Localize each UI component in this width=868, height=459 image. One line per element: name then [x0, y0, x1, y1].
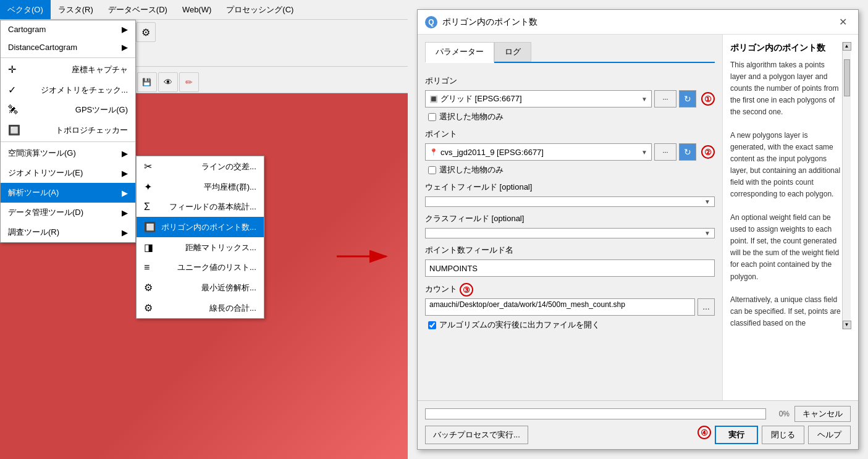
- weight-field-select[interactable]: ▼: [425, 196, 715, 207]
- survey-arrow: ▶: [122, 228, 128, 237]
- menu-geometry-tools[interactable]: ジオメトリツール(E) ▶: [1, 163, 135, 183]
- open-after-run-checkbox[interactable]: [428, 321, 436, 329]
- submenu-mean-coords[interactable]: ✦ 平均座標(群)...: [137, 177, 264, 197]
- points-select[interactable]: 📍 cvs_jgd2011_9 [EPSG:6677] ▼: [425, 143, 652, 161]
- dialog-count-points: Q ポリゴン内のポイント数 ✕ パラメーター ログ ポリゴン: [417, 9, 859, 450]
- dialog-title: ポリゴン内のポイント数: [442, 17, 537, 28]
- submenu-line-intersect[interactable]: ✂ ラインの交差...: [137, 156, 264, 177]
- tool-save[interactable]: 💾: [137, 72, 157, 92]
- point-count-field-input[interactable]: [425, 259, 715, 277]
- menu-spatial-ops[interactable]: 空間演算ツール(G) ▶: [1, 143, 135, 163]
- help-text-3: An optional weight field can be used to …: [730, 212, 842, 283]
- polygon-refresh-btn[interactable]: ↻: [679, 90, 696, 107]
- batch-button[interactable]: バッチプロセスで実行...: [425, 426, 528, 444]
- dialog-close-x-button[interactable]: ✕: [835, 15, 851, 29]
- count-points-icon: 🔲: [144, 221, 156, 233]
- check-geom-label: ジオメトリをチェック...: [41, 85, 128, 96]
- topo-label: トポロジチェッカー: [56, 125, 128, 136]
- survey-label: 調査ツール(R): [8, 227, 59, 238]
- dialog-body: パラメーター ログ ポリゴン 🔳 グリッド [EPSG:6677] ▼: [418, 35, 858, 400]
- menu-raster[interactable]: ラスタ(R): [51, 0, 101, 19]
- menu-web[interactable]: Web(W): [175, 0, 219, 19]
- badge-1: ①: [701, 92, 715, 106]
- count-output-label: カウント: [425, 284, 457, 295]
- vector-dropdown: Cartogram ▶ DistanceCartogram ▶ ✛ 座標キャプチ…: [0, 20, 136, 243]
- analysis-tools-label: 解析ツール(A): [8, 187, 59, 198]
- progress-percent: 0%: [771, 410, 790, 418]
- footer-bottom: バッチプロセスで実行... ④ 実行 閉じる ヘルプ: [425, 426, 851, 444]
- points-select-arrow: ▼: [641, 149, 647, 156]
- polygon-selected-only-checkbox[interactable]: [428, 113, 436, 121]
- help-scrollbar[interactable]: ▲ ▼: [842, 42, 851, 329]
- menu-gps[interactable]: 🛰 GPSツール(G): [1, 100, 135, 120]
- dialog-footer: 0% キャンセル バッチプロセスで実行... ④ 実行 閉じる ヘルプ: [418, 400, 858, 449]
- submenu-distance-matrix[interactable]: ◨ 距離マトリックス...: [137, 237, 264, 258]
- menu-analysis-tools[interactable]: 解析ツール(A) ▶: [1, 183, 135, 203]
- help-text-1: This algorithm takes a points layer and …: [730, 59, 842, 119]
- points-select-icon: 📍: [429, 148, 438, 156]
- menu-cartogram[interactable]: Cartogram ▶: [1, 20, 135, 38]
- points-selected-only-checkbox[interactable]: [428, 166, 436, 174]
- points-select-value: 📍 cvs_jgd2011_9 [EPSG:6677]: [429, 148, 544, 157]
- qgis-main-window: ベクタ(O) ラスタ(R) データベース(D) Web(W) プロセッシング(C…: [0, 0, 408, 459]
- points-refresh-btn[interactable]: ↻: [679, 143, 696, 161]
- polygon-options-btn[interactable]: ···: [654, 90, 676, 107]
- help-button[interactable]: ヘルプ: [808, 426, 851, 444]
- close-button[interactable]: 閉じる: [762, 426, 804, 444]
- dialog-title-icon: Q: [425, 16, 437, 28]
- badge-4: ④: [697, 426, 711, 439]
- menu-database[interactable]: データベース(D): [101, 0, 175, 19]
- points-options-btn[interactable]: ···: [654, 143, 676, 161]
- submenu-unique-values[interactable]: ≡ ユニーク値のリスト...: [137, 258, 264, 277]
- divider-1: [1, 57, 135, 58]
- menu-coordinate-capture[interactable]: ✛ 座標キャプチャ: [1, 59, 135, 80]
- tab-log[interactable]: ログ: [494, 42, 531, 62]
- count-points-label: ポリゴン内のポイント数...: [161, 222, 256, 233]
- menu-data-mgmt[interactable]: データ管理ツール(D) ▶: [1, 203, 135, 222]
- menu-vector[interactable]: ベクタ(O): [0, 0, 51, 19]
- help-title: ポリゴン内のポイント数: [730, 42, 842, 54]
- weight-field-label: ウェイトフィールド [optional]: [425, 182, 715, 193]
- mean-coords-label: 平均座標(群)...: [204, 182, 256, 193]
- menu-topo-checker[interactable]: 🔲 トポロジチェッカー: [1, 120, 135, 140]
- submenu-basic-stats[interactable]: Σ フィールドの基本統計...: [137, 197, 264, 217]
- dialog-help: ポリゴン内のポイント数 This algorithm takes a point…: [722, 35, 858, 400]
- count-browse-btn[interactable]: …: [697, 298, 715, 316]
- scrollbar-thumb[interactable]: [844, 59, 850, 96]
- submenu-nearest[interactable]: ⚙ 最小近傍解析...: [137, 277, 264, 298]
- points-group: ポイント 📍 cvs_jgd2011_9 [EPSG:6677] ▼ ··· ↻…: [425, 128, 715, 175]
- distance-matrix-label: 距離マトリックス...: [185, 242, 256, 253]
- cancel-button[interactable]: キャンセル: [794, 406, 851, 422]
- scrollbar-down[interactable]: ▼: [843, 321, 851, 329]
- nearest-label: 最小近傍解析...: [201, 282, 256, 293]
- tool-settings[interactable]: ⚙: [136, 22, 156, 42]
- polygon-select[interactable]: 🔳 グリッド [EPSG:6677] ▼: [425, 90, 652, 107]
- help-text-4: Alternatively, a unique class field can …: [730, 294, 842, 330]
- menu-check-geometry[interactable]: ✓ ジオメトリをチェック...: [1, 80, 135, 100]
- open-after-run-row: アルゴリズムの実行後に出力ファイルを開く: [428, 319, 715, 331]
- tool-red-edit[interactable]: ✏: [179, 72, 199, 92]
- scrollbar-up[interactable]: ▲: [843, 42, 851, 51]
- dialog-tabs: パラメーター ログ: [425, 42, 715, 63]
- tool-eyes[interactable]: 👁: [158, 72, 178, 92]
- submenu-count-points[interactable]: 🔲 ポリゴン内のポイント数...: [137, 217, 264, 237]
- tab-parameters[interactable]: パラメーター: [425, 42, 494, 63]
- help-arrow: [722, 53, 723, 63]
- geometry-tools-label: ジオメトリツール(E): [8, 167, 83, 179]
- gps-icon: 🛰: [8, 104, 18, 116]
- points-checkbox-row: 選択した地物のみ: [428, 164, 715, 175]
- submenu-line-length[interactable]: ⚙ 線長の合計...: [137, 298, 264, 318]
- weight-field-group: ウェイトフィールド [optional] ▼: [425, 182, 715, 207]
- menu-distance-cartogram[interactable]: DistanceCartogram ▶: [1, 38, 135, 56]
- menu-survey[interactable]: 調査ツール(R) ▶: [1, 222, 135, 242]
- menu-processing[interactable]: プロセッシング(C): [219, 0, 301, 19]
- right-panel: Q ポリゴン内のポイント数 ✕ パラメーター ログ ポリゴン: [408, 0, 868, 459]
- class-field-select[interactable]: ▼: [425, 228, 715, 238]
- point-count-field-group: ポイント数フィールド名: [425, 245, 715, 277]
- geometry-tools-arrow: ▶: [122, 169, 128, 178]
- badge-2: ②: [701, 145, 715, 159]
- run-button[interactable]: 実行: [715, 426, 758, 444]
- topo-icon: 🔲: [8, 124, 20, 136]
- weight-field-arrow: ▼: [704, 198, 710, 205]
- polygon-label: ポリゴン: [425, 75, 715, 86]
